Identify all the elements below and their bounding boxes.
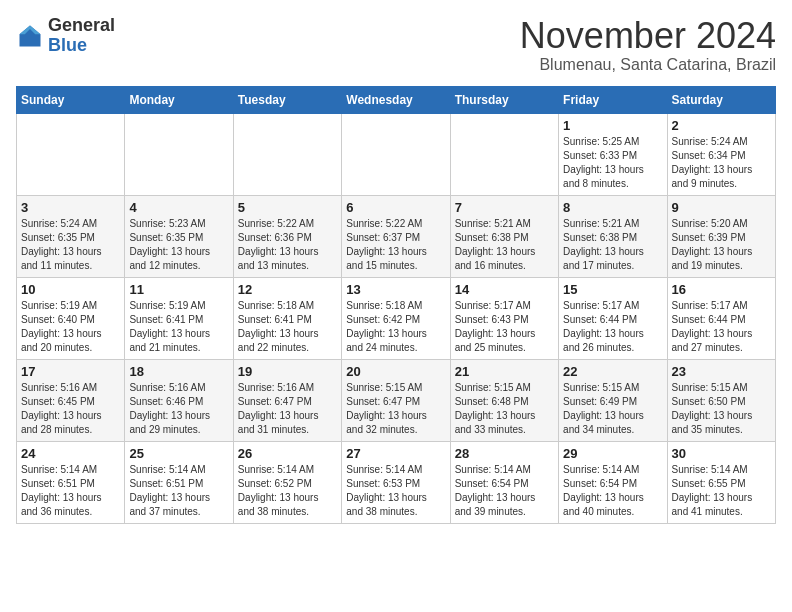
day-info: Sunrise: 5:25 AM Sunset: 6:33 PM Dayligh… <box>563 135 662 191</box>
day-info: Sunrise: 5:14 AM Sunset: 6:54 PM Dayligh… <box>455 463 554 519</box>
day-info: Sunrise: 5:23 AM Sunset: 6:35 PM Dayligh… <box>129 217 228 273</box>
day-cell: 7Sunrise: 5:21 AM Sunset: 6:38 PM Daylig… <box>450 195 558 277</box>
logo: General Blue <box>16 16 115 56</box>
day-number: 25 <box>129 446 228 461</box>
day-number: 26 <box>238 446 337 461</box>
day-number: 4 <box>129 200 228 215</box>
week-row-5: 24Sunrise: 5:14 AM Sunset: 6:51 PM Dayli… <box>17 441 776 523</box>
day-cell: 30Sunrise: 5:14 AM Sunset: 6:55 PM Dayli… <box>667 441 775 523</box>
day-info: Sunrise: 5:19 AM Sunset: 6:41 PM Dayligh… <box>129 299 228 355</box>
week-row-2: 3Sunrise: 5:24 AM Sunset: 6:35 PM Daylig… <box>17 195 776 277</box>
day-number: 19 <box>238 364 337 379</box>
day-cell: 1Sunrise: 5:25 AM Sunset: 6:33 PM Daylig… <box>559 113 667 195</box>
calendar-body: 1Sunrise: 5:25 AM Sunset: 6:33 PM Daylig… <box>17 113 776 523</box>
day-number: 16 <box>672 282 771 297</box>
day-info: Sunrise: 5:20 AM Sunset: 6:39 PM Dayligh… <box>672 217 771 273</box>
day-cell: 13Sunrise: 5:18 AM Sunset: 6:42 PM Dayli… <box>342 277 450 359</box>
day-cell <box>342 113 450 195</box>
day-cell: 19Sunrise: 5:16 AM Sunset: 6:47 PM Dayli… <box>233 359 341 441</box>
day-cell: 25Sunrise: 5:14 AM Sunset: 6:51 PM Dayli… <box>125 441 233 523</box>
day-info: Sunrise: 5:18 AM Sunset: 6:42 PM Dayligh… <box>346 299 445 355</box>
day-info: Sunrise: 5:14 AM Sunset: 6:51 PM Dayligh… <box>21 463 120 519</box>
header-cell-wednesday: Wednesday <box>342 86 450 113</box>
logo-blue-text: Blue <box>48 35 87 55</box>
day-number: 13 <box>346 282 445 297</box>
day-info: Sunrise: 5:17 AM Sunset: 6:44 PM Dayligh… <box>563 299 662 355</box>
day-number: 23 <box>672 364 771 379</box>
day-cell: 9Sunrise: 5:20 AM Sunset: 6:39 PM Daylig… <box>667 195 775 277</box>
day-cell: 22Sunrise: 5:15 AM Sunset: 6:49 PM Dayli… <box>559 359 667 441</box>
day-number: 8 <box>563 200 662 215</box>
day-info: Sunrise: 5:17 AM Sunset: 6:44 PM Dayligh… <box>672 299 771 355</box>
day-number: 17 <box>21 364 120 379</box>
calendar-table: SundayMondayTuesdayWednesdayThursdayFrid… <box>16 86 776 524</box>
day-number: 1 <box>563 118 662 133</box>
day-cell <box>125 113 233 195</box>
day-cell: 18Sunrise: 5:16 AM Sunset: 6:46 PM Dayli… <box>125 359 233 441</box>
calendar-subtitle: Blumenau, Santa Catarina, Brazil <box>520 56 776 74</box>
week-row-1: 1Sunrise: 5:25 AM Sunset: 6:33 PM Daylig… <box>17 113 776 195</box>
day-info: Sunrise: 5:16 AM Sunset: 6:45 PM Dayligh… <box>21 381 120 437</box>
day-info: Sunrise: 5:14 AM Sunset: 6:52 PM Dayligh… <box>238 463 337 519</box>
day-number: 29 <box>563 446 662 461</box>
day-number: 24 <box>21 446 120 461</box>
day-cell: 8Sunrise: 5:21 AM Sunset: 6:38 PM Daylig… <box>559 195 667 277</box>
day-info: Sunrise: 5:16 AM Sunset: 6:46 PM Dayligh… <box>129 381 228 437</box>
day-number: 10 <box>21 282 120 297</box>
day-info: Sunrise: 5:24 AM Sunset: 6:34 PM Dayligh… <box>672 135 771 191</box>
header-cell-sunday: Sunday <box>17 86 125 113</box>
day-cell: 5Sunrise: 5:22 AM Sunset: 6:36 PM Daylig… <box>233 195 341 277</box>
day-number: 30 <box>672 446 771 461</box>
day-cell: 16Sunrise: 5:17 AM Sunset: 6:44 PM Dayli… <box>667 277 775 359</box>
day-cell: 29Sunrise: 5:14 AM Sunset: 6:54 PM Dayli… <box>559 441 667 523</box>
day-cell: 28Sunrise: 5:14 AM Sunset: 6:54 PM Dayli… <box>450 441 558 523</box>
day-number: 12 <box>238 282 337 297</box>
day-cell: 23Sunrise: 5:15 AM Sunset: 6:50 PM Dayli… <box>667 359 775 441</box>
day-cell <box>233 113 341 195</box>
title-section: November 2024 Blumenau, Santa Catarina, … <box>520 16 776 74</box>
header-cell-tuesday: Tuesday <box>233 86 341 113</box>
day-info: Sunrise: 5:22 AM Sunset: 6:36 PM Dayligh… <box>238 217 337 273</box>
day-cell: 27Sunrise: 5:14 AM Sunset: 6:53 PM Dayli… <box>342 441 450 523</box>
day-number: 28 <box>455 446 554 461</box>
day-info: Sunrise: 5:22 AM Sunset: 6:37 PM Dayligh… <box>346 217 445 273</box>
day-info: Sunrise: 5:21 AM Sunset: 6:38 PM Dayligh… <box>563 217 662 273</box>
day-info: Sunrise: 5:14 AM Sunset: 6:55 PM Dayligh… <box>672 463 771 519</box>
week-row-4: 17Sunrise: 5:16 AM Sunset: 6:45 PM Dayli… <box>17 359 776 441</box>
page-header: General Blue November 2024 Blumenau, San… <box>16 16 776 74</box>
day-number: 7 <box>455 200 554 215</box>
day-info: Sunrise: 5:14 AM Sunset: 6:53 PM Dayligh… <box>346 463 445 519</box>
day-cell: 11Sunrise: 5:19 AM Sunset: 6:41 PM Dayli… <box>125 277 233 359</box>
day-number: 5 <box>238 200 337 215</box>
day-cell: 3Sunrise: 5:24 AM Sunset: 6:35 PM Daylig… <box>17 195 125 277</box>
day-info: Sunrise: 5:17 AM Sunset: 6:43 PM Dayligh… <box>455 299 554 355</box>
day-number: 20 <box>346 364 445 379</box>
day-info: Sunrise: 5:15 AM Sunset: 6:50 PM Dayligh… <box>672 381 771 437</box>
day-info: Sunrise: 5:14 AM Sunset: 6:51 PM Dayligh… <box>129 463 228 519</box>
day-number: 15 <box>563 282 662 297</box>
day-number: 14 <box>455 282 554 297</box>
header-cell-monday: Monday <box>125 86 233 113</box>
day-number: 21 <box>455 364 554 379</box>
day-cell: 17Sunrise: 5:16 AM Sunset: 6:45 PM Dayli… <box>17 359 125 441</box>
header-cell-thursday: Thursday <box>450 86 558 113</box>
day-cell: 4Sunrise: 5:23 AM Sunset: 6:35 PM Daylig… <box>125 195 233 277</box>
logo-general-text: General <box>48 15 115 35</box>
day-cell: 20Sunrise: 5:15 AM Sunset: 6:47 PM Dayli… <box>342 359 450 441</box>
day-number: 22 <box>563 364 662 379</box>
logo-icon <box>16 22 44 50</box>
day-info: Sunrise: 5:24 AM Sunset: 6:35 PM Dayligh… <box>21 217 120 273</box>
day-number: 11 <box>129 282 228 297</box>
day-info: Sunrise: 5:14 AM Sunset: 6:54 PM Dayligh… <box>563 463 662 519</box>
day-number: 6 <box>346 200 445 215</box>
header-cell-saturday: Saturday <box>667 86 775 113</box>
day-cell: 6Sunrise: 5:22 AM Sunset: 6:37 PM Daylig… <box>342 195 450 277</box>
day-info: Sunrise: 5:15 AM Sunset: 6:48 PM Dayligh… <box>455 381 554 437</box>
day-info: Sunrise: 5:16 AM Sunset: 6:47 PM Dayligh… <box>238 381 337 437</box>
day-cell: 10Sunrise: 5:19 AM Sunset: 6:40 PM Dayli… <box>17 277 125 359</box>
day-number: 2 <box>672 118 771 133</box>
day-info: Sunrise: 5:19 AM Sunset: 6:40 PM Dayligh… <box>21 299 120 355</box>
day-info: Sunrise: 5:18 AM Sunset: 6:41 PM Dayligh… <box>238 299 337 355</box>
day-number: 9 <box>672 200 771 215</box>
day-info: Sunrise: 5:21 AM Sunset: 6:38 PM Dayligh… <box>455 217 554 273</box>
